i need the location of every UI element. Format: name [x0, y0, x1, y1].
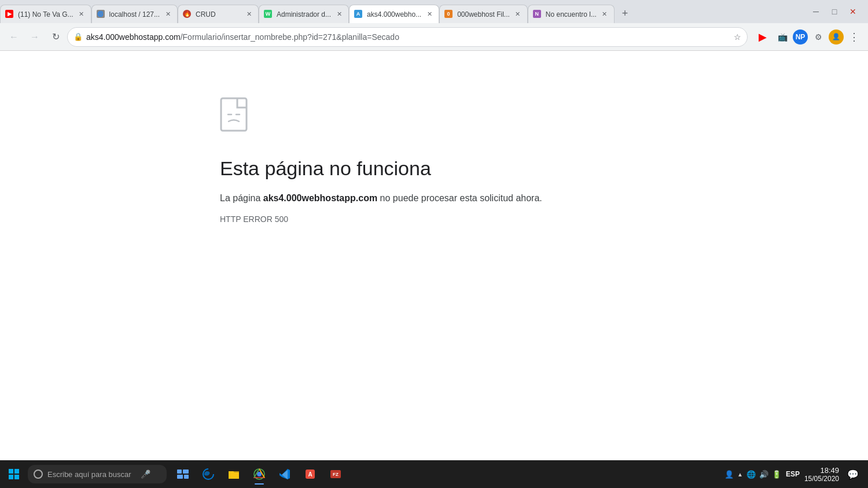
error-container: Esta página no funciona La página aks4.0… [220, 97, 567, 224]
people-icon[interactable]: 👤 [724, 470, 734, 479]
tab-title-crud: CRUD [196, 10, 241, 19]
tab-title-000: 000webhost Fil... [457, 10, 510, 19]
tab-favicon-crud: 🔥 [183, 10, 192, 19]
taskbar-system-icons: 👤 ▲ 🌐 🔊 🔋 [724, 470, 781, 479]
taskbar-search-text: Escribe aquí para buscar [47, 470, 131, 479]
svg-rect-5 [177, 475, 183, 479]
svg-rect-0 [221, 98, 247, 131]
network-icon[interactable]: 🌐 [746, 470, 756, 479]
edge-app[interactable] [197, 463, 220, 486]
svg-point-8 [257, 472, 262, 476]
tab-favicon-000: 0 [444, 10, 454, 19]
battery-icon[interactable]: 🔋 [772, 470, 781, 479]
taskbar: Escribe aquí para buscar 🎤 [0, 460, 868, 488]
svg-rect-6 [184, 475, 189, 479]
reload-button[interactable]: ↻ [46, 28, 65, 46]
tab-title-yt: (11) No Te Va G... [18, 10, 73, 19]
menu-button[interactable]: ⋮ [845, 28, 863, 46]
taskbar-right: 👤 ▲ 🌐 🔊 🔋 ESP 18:49 15/05/2020 💬 [719, 465, 868, 483]
lock-icon: 🔒 [73, 32, 83, 41]
yt-icon[interactable]: ▶ [753, 28, 772, 46]
window-controls: ─ □ ✕ [801, 0, 868, 23]
filezilla-app[interactable]: FZ [324, 463, 347, 486]
maximize-button[interactable]: □ [826, 3, 843, 20]
title-bar: ▶ (11) No Te Va G... ✕ 🌀 localhost / 127… [0, 0, 868, 23]
windows-icon [9, 469, 19, 479]
tab-title-admin: Administrador d... [277, 10, 331, 19]
nav-icons-right: ▶ 📺 NP ⚙ 👤 ⋮ [753, 28, 863, 46]
tab-close-no[interactable]: ✕ [600, 10, 609, 19]
avatar[interactable]: 👤 [829, 29, 844, 45]
notification-button[interactable]: 💬 [844, 465, 862, 483]
svg-rect-4 [183, 469, 189, 474]
tab-title-localhost: localhost / 127... [109, 10, 160, 19]
youtube-button[interactable]: 📺 [773, 28, 792, 46]
clock[interactable]: 18:49 15/05/2020 [804, 466, 839, 483]
speaker-icon[interactable]: 🔊 [759, 470, 768, 479]
tab-close-yt[interactable]: ✕ [77, 10, 86, 19]
svg-text:FZ: FZ [333, 472, 339, 477]
tab-favicon-localhost: 🌀 [97, 10, 106, 19]
start-button[interactable] [0, 460, 28, 488]
tab-localhost[interactable]: 🌀 localhost / 127... ✕ [91, 5, 178, 23]
chevron-icon[interactable]: ▲ [737, 471, 743, 478]
tab-close-aks[interactable]: ✕ [425, 10, 434, 19]
search-circle-icon [34, 469, 43, 479]
tab-no[interactable]: N No encuentro l... ✕ [528, 5, 615, 23]
error-document-icon [220, 97, 255, 138]
chrome-app[interactable] [248, 463, 271, 486]
new-tab-button[interactable]: + [617, 5, 633, 21]
error-title: Esta página no funciona [220, 157, 567, 180]
back-button[interactable]: ← [5, 28, 23, 46]
star-icon[interactable]: ☆ [734, 32, 741, 42]
minimize-button[interactable]: ─ [808, 3, 824, 20]
tab-close-000[interactable]: ✕ [513, 10, 523, 19]
nav-bar: ← → ↻ 🔒 aks4.000webhostapp.com/Formulari… [0, 23, 868, 51]
error-desc-after: no puede procesar esta solicitud ahora. [377, 193, 542, 203]
profile-badge[interactable]: NP [793, 29, 808, 45]
tab-title-aks: aks4.000webho... [367, 10, 421, 19]
error-description: La página aks4.000webhostapp.com no pued… [220, 191, 567, 205]
tab-favicon-yt: ▶ [5, 10, 14, 19]
taskbar-search-box[interactable]: Escribe aquí para buscar 🎤 [28, 465, 167, 483]
language-indicator: ESP [786, 470, 800, 478]
notification-icon: 💬 [847, 469, 859, 480]
error-site-name: aks4.000webhostapp.com [263, 193, 377, 203]
browser-window: ▶ (11) No Te Va G... ✕ 🌀 localhost / 127… [0, 0, 868, 488]
clock-time: 18:49 [804, 466, 839, 475]
svg-text:A: A [308, 471, 312, 478]
tab-close-crud[interactable]: ✕ [244, 10, 253, 19]
error-code: HTTP ERROR 500 [220, 215, 567, 224]
tab-favicon-no: N [533, 10, 542, 19]
taskview-button[interactable] [171, 463, 194, 486]
mic-icon[interactable]: 🎤 [141, 469, 150, 479]
svg-rect-3 [177, 469, 182, 474]
close-button[interactable]: ✕ [845, 3, 861, 20]
tab-title-no: No encuentro l... [546, 10, 597, 19]
app5-taskbar[interactable]: A [299, 463, 322, 486]
tab-000[interactable]: 0 000webhost Fil... ✕ [439, 5, 528, 23]
extensions-icon[interactable]: ⚙ [809, 28, 827, 46]
url-domain: aks4.000webhostapp.com [86, 32, 181, 42]
tab-aks-active[interactable]: A aks4.000webho... ✕ [349, 5, 439, 23]
error-desc-before: La página [220, 193, 263, 203]
address-bar[interactable]: 🔒 aks4.000webhostapp.com/Formulario/inse… [67, 27, 748, 47]
tab-yt[interactable]: ▶ (11) No Te Va G... ✕ [0, 5, 91, 23]
explorer-app[interactable] [222, 463, 245, 486]
tab-favicon-aks: A [354, 10, 363, 19]
page-content: Esta página no funciona La página aks4.0… [0, 51, 868, 460]
tab-crud[interactable]: 🔥 CRUD ✕ [178, 5, 259, 23]
taskbar-apps: A FZ [167, 463, 719, 486]
tab-close-admin[interactable]: ✕ [334, 10, 344, 19]
tab-favicon-admin: W [264, 10, 273, 19]
clock-date: 15/05/2020 [804, 475, 839, 483]
url-path: /Formulario/insertar_nombrebe.php?id=271… [181, 32, 399, 42]
tabs-container: ▶ (11) No Te Va G... ✕ 🌀 localhost / 127… [0, 0, 801, 23]
tab-close-localhost[interactable]: ✕ [163, 10, 172, 19]
vscode-app[interactable] [273, 463, 296, 486]
tab-admin[interactable]: W Administrador d... ✕ [259, 5, 349, 23]
forward-button[interactable]: → [25, 28, 44, 46]
url-text: aks4.000webhostapp.com/Formulario/insert… [86, 32, 730, 42]
